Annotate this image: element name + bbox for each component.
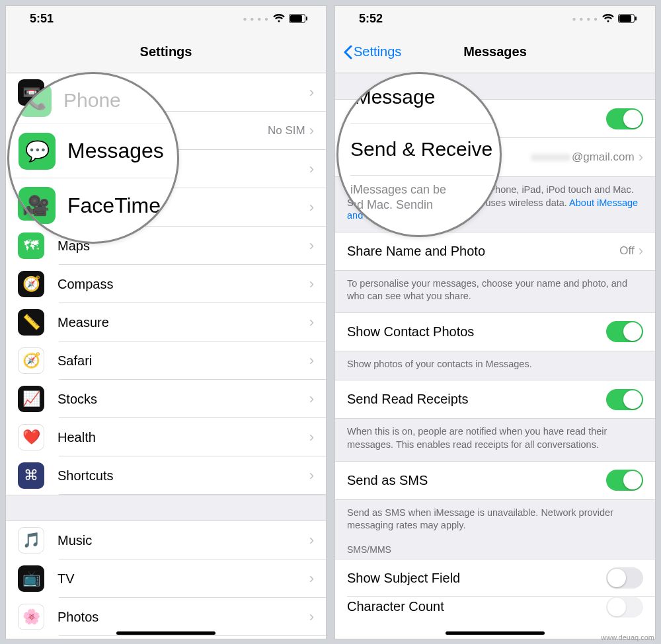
chevron-right-icon: ›	[309, 390, 314, 408]
tv-icon: 📺	[18, 565, 44, 592]
chevron-right-icon: ›	[309, 352, 314, 369]
status-bar: 5:51 ● ● ● ●	[6, 6, 326, 31]
row-label: Shortcuts	[58, 468, 309, 483]
row-label: Music	[58, 533, 309, 548]
share-name-row[interactable]: Share Name and Photo Off ›	[335, 232, 655, 270]
shortcuts-icon: ⌘	[18, 462, 44, 489]
row-label: Photos	[58, 610, 309, 625]
svg-rect-5	[635, 17, 637, 20]
settings-row-tv[interactable]: 📺TV›	[6, 559, 326, 598]
read-receipts-label: Send Read Receipts	[347, 392, 606, 407]
char-count-toggle[interactable]	[606, 596, 643, 618]
chevron-right-icon: ›	[309, 467, 314, 484]
settings-row-stocks[interactable]: 📈Stocks›	[6, 380, 326, 418]
chevron-right-icon: ›	[639, 149, 643, 166]
chevron-right-icon: ›	[309, 570, 314, 587]
share-name-label: Share Name and Photo	[347, 244, 619, 259]
health-icon: ❤️	[18, 424, 44, 450]
row-label: Stocks	[58, 392, 309, 407]
messages-settings-screen: 5:52 ● ● ● ● Settings Messages iMessage …	[334, 5, 656, 639]
cellular-dots-icon: ● ● ● ●	[243, 15, 270, 22]
wifi-icon	[273, 14, 285, 23]
chevron-right-icon: ›	[309, 532, 314, 549]
character-count-row[interactable]: Character Count	[335, 597, 655, 617]
read-receipts-toggle[interactable]	[606, 389, 643, 410]
status-time: 5:52	[359, 12, 383, 26]
subject-field-row[interactable]: Show Subject Field	[335, 559, 655, 597]
row-detail: No SIM	[268, 124, 305, 137]
show-contact-photos-row[interactable]: Show Contact Photos	[335, 312, 655, 351]
read-receipts-footer: When this is on, people are notified whe…	[335, 418, 655, 460]
settings-list-2[interactable]: 🎵Music›📺TV›🌸Photos›📷Camera›📕Books›	[6, 521, 326, 639]
mag-imessage: iMessage	[350, 86, 494, 124]
show-contact-label: Show Contact Photos	[347, 324, 606, 340]
status-indicators: ● ● ● ●	[243, 14, 308, 23]
cellular-dots-icon: ● ● ● ●	[572, 15, 599, 22]
chevron-right-icon: ›	[309, 314, 314, 331]
mag-phone-label: Phone	[63, 89, 121, 112]
chevron-right-icon: ›	[309, 429, 314, 446]
settings-row-photos[interactable]: 🌸Photos›	[6, 598, 326, 636]
battery-icon	[618, 14, 637, 23]
watermark: www.deuaq.com	[601, 633, 654, 641]
chevron-right-icon: ›	[309, 84, 314, 101]
stocks-icon: 📈	[18, 386, 44, 412]
send-sms-label: Send as SMS	[347, 473, 606, 488]
maps-icon: 🗺	[18, 233, 44, 259]
send-sms-toggle[interactable]	[606, 470, 643, 491]
settings-row-health[interactable]: ❤️Health›	[6, 418, 326, 456]
home-indicator[interactable]	[446, 631, 545, 635]
magnifier-lens: iMessage Send & Receive iMessages can be…	[336, 72, 502, 237]
status-time: 5:51	[30, 12, 54, 26]
back-button[interactable]: Settings	[343, 44, 401, 59]
settings-row-shortcuts[interactable]: ⌘Shortcuts›	[6, 456, 326, 495]
send-sms-footer: Send as SMS when iMessage is unavailable…	[335, 499, 655, 535]
page-title: Messages	[463, 44, 527, 59]
chevron-right-icon: ›	[309, 199, 314, 216]
magnifier-lens: 📞 Phone 💬 Messages 🎥 FaceTime	[7, 72, 179, 244]
row-label: Compass	[58, 277, 309, 292]
row-label: Safari	[58, 353, 309, 369]
mag-send-receive: Send & Receive	[350, 124, 494, 176]
safari-icon: 🧭	[18, 347, 44, 374]
read-receipts-row[interactable]: Send Read Receipts	[335, 380, 655, 418]
share-name-footer: To personalise your messages, choose you…	[335, 270, 655, 312]
mag-facetime-label: FaceTime	[67, 194, 161, 218]
char-count-label: Character Count	[347, 599, 606, 614]
messages-icon: 💬	[19, 133, 56, 170]
mag-messages-label: Messages	[67, 139, 164, 163]
measure-icon: 📏	[18, 309, 44, 336]
subject-toggle[interactable]	[606, 567, 643, 589]
nav-bar: Settings Messages	[335, 31, 655, 73]
settings-row-camera[interactable]: 📷Camera›	[6, 636, 326, 639]
settings-row-measure[interactable]: 📏Measure›	[6, 303, 326, 341]
settings-screen: 5:51 ● ● ● ● Settings 📼Voice Memos›📞Phon…	[5, 5, 327, 639]
imessage-toggle[interactable]	[606, 108, 643, 129]
subject-label: Show Subject Field	[347, 571, 606, 586]
settings-row-safari[interactable]: 🧭Safari›	[6, 341, 326, 380]
chevron-right-icon: ›	[309, 608, 314, 626]
svg-rect-1	[290, 15, 302, 22]
send-as-sms-row[interactable]: Send as SMS	[335, 461, 655, 499]
share-name-detail: Off	[619, 244, 634, 258]
send-receive-detail: @gmail.com	[572, 151, 635, 164]
svg-rect-2	[306, 17, 307, 20]
mag-footer: iMessages can be nd Mac. Sendin	[350, 176, 494, 213]
row-label: Measure	[58, 315, 309, 330]
show-contact-footer: Show photos of your contacts in Messages…	[335, 351, 655, 380]
row-label: Health	[58, 430, 309, 445]
status-indicators: ● ● ● ●	[572, 14, 637, 23]
settings-row-compass[interactable]: 🧭Compass›	[6, 265, 326, 303]
show-contact-toggle[interactable]	[606, 321, 643, 342]
chevron-right-icon: ›	[309, 161, 314, 178]
compass-icon: 🧭	[18, 271, 44, 297]
chevron-right-icon: ›	[309, 237, 314, 254]
wifi-icon	[602, 14, 614, 23]
battery-icon	[289, 14, 307, 23]
row-label: TV	[58, 571, 309, 587]
email-blurred: xxxxxxx	[531, 151, 570, 164]
svg-rect-4	[619, 15, 631, 22]
chevron-right-icon: ›	[639, 242, 643, 260]
settings-row-music[interactable]: 🎵Music›	[6, 521, 326, 559]
home-indicator[interactable]	[116, 631, 215, 635]
